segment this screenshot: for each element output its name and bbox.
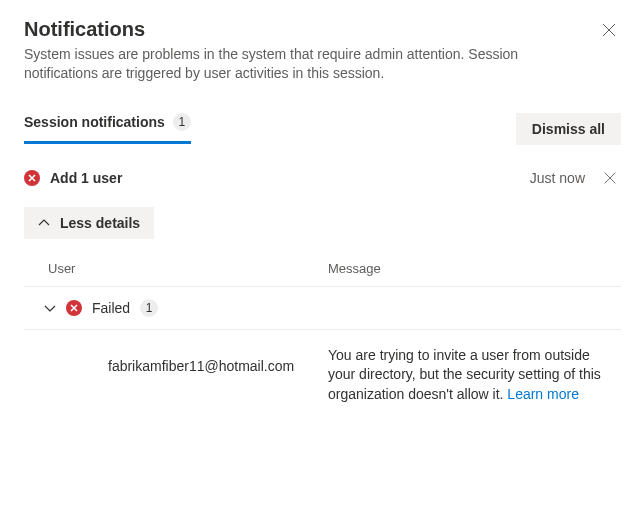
tabs-row: Session notifications 1 Dismiss all [24,113,621,145]
column-header-user: User [48,261,328,276]
details-toggle-label: Less details [60,215,140,231]
error-icon [24,170,40,186]
notification-title: Add 1 user [50,170,122,186]
close-icon [601,22,617,38]
notification-timestamp: Just now [530,170,585,186]
dismiss-notification-button[interactable] [599,167,621,189]
notification-item: Add 1 user Just now Less details User Me… [24,167,621,421]
tab-session-notifications[interactable]: Session notifications 1 [24,113,191,144]
cell-message: You are trying to invite a user from out… [328,346,621,405]
dismiss-all-button[interactable]: Dismiss all [516,113,621,145]
notification-header: Add 1 user Just now [24,167,621,189]
notifications-panel: Notifications System issues are problems… [0,0,643,443]
panel-subtitle: System issues are problems in the system… [24,45,584,83]
details-toggle-button[interactable]: Less details [24,207,154,239]
tab-label: Session notifications [24,114,165,130]
close-icon [603,171,617,185]
table-header-row: User Message [24,261,621,286]
panel-title: Notifications [24,18,584,41]
group-status-label: Failed [92,300,130,316]
tab-count-badge: 1 [173,113,191,131]
error-icon [66,300,82,316]
notification-header-left: Add 1 user [24,170,122,186]
close-panel-button[interactable] [597,18,621,42]
chevron-up-icon [38,217,50,229]
learn-more-link[interactable]: Learn more [507,386,579,402]
panel-header: Notifications System issues are problems… [24,18,621,83]
cell-user: fabrikamfiber11@hotmail.com [24,346,328,405]
header-text: Notifications System issues are problems… [24,18,584,83]
table-row: fabrikamfiber11@hotmail.com You are tryi… [24,330,621,421]
chevron-down-icon [44,302,56,314]
notification-header-right: Just now [530,167,621,189]
column-header-message: Message [328,261,621,276]
details-table: User Message Failed 1 fabrikamfiber11@ho… [24,261,621,421]
group-count-badge: 1 [140,299,158,317]
group-row-failed[interactable]: Failed 1 [24,286,621,330]
